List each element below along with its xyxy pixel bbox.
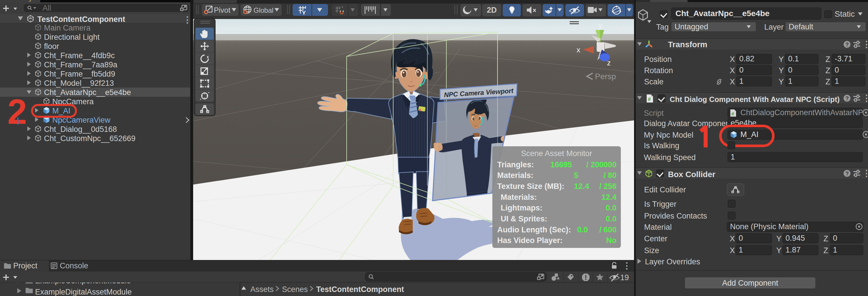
svg-text:x: x [577,46,580,54]
svg-text:?: ? [845,42,849,48]
svg-text:z: z [607,58,611,67]
svg-text:#: # [648,96,651,102]
svg-text:Persp: Persp [595,72,616,81]
svg-text:y: y [598,22,602,30]
svg-text:#: # [732,111,734,117]
svg-text:Y: Y [302,10,306,15]
svg-text:?: ? [845,170,849,177]
svg-text:?: ? [845,95,849,101]
